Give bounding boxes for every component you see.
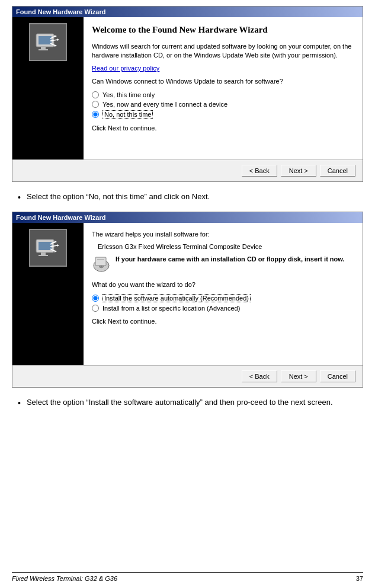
- radio-label-manual: Install from a list or specific location…: [102, 305, 240, 312]
- wizard-1-next-button[interactable]: Next >: [281, 165, 316, 177]
- radio-label-yes-once: Yes, this time only: [102, 91, 155, 98]
- svg-marker-9: [55, 44, 57, 47]
- wizard-2-click-next: Click Next to continue.: [92, 318, 354, 325]
- wizard-2-cd-text: If your hardware came with an installati…: [116, 255, 345, 264]
- radio-yes-always[interactable]: [92, 101, 99, 108]
- radio-item-3[interactable]: No, not this time: [92, 110, 354, 119]
- svg-marker-8: [57, 39, 59, 41]
- wizard-1-left-panel: [12, 17, 84, 159]
- hardware-wizard-icon-2: [34, 234, 62, 262]
- radio-label-yes-always: Yes, now and every time I connect a devi…: [102, 101, 227, 108]
- privacy-policy-link[interactable]: Read our privacy policy: [92, 65, 159, 72]
- footer-left-text: Fixed Wireless Terminal: G32 & G36: [12, 575, 117, 582]
- radio-no[interactable]: [92, 111, 99, 118]
- wizard-1-question: Can Windows connect to Windows Update to…: [92, 77, 354, 86]
- bullet-dot-1: •: [18, 193, 21, 202]
- wizard-1-icon-box: [29, 23, 67, 61]
- page-container: Found New Hardware Wizard: [0, 0, 375, 588]
- svg-rect-13: [39, 255, 48, 256]
- svg-rect-23: [95, 257, 106, 266]
- bullet-text-2: Select the option “Install the software …: [27, 397, 333, 408]
- w2-radio-item-2[interactable]: Install from a list or specific location…: [92, 305, 354, 312]
- svg-rect-1: [39, 36, 52, 44]
- radio-auto-install[interactable]: [92, 295, 99, 302]
- svg-marker-19: [55, 250, 57, 253]
- svg-marker-7: [55, 35, 57, 37]
- footer-right-text: 37: [356, 575, 363, 582]
- wizard-1-heading: Welcome to the Found New Hardware Wizard: [92, 24, 354, 36]
- wizard-2-cancel-button[interactable]: Cancel: [320, 370, 355, 382]
- wizard-2-content: The wizard helps you install software fo…: [84, 223, 363, 365]
- wizard-2-device-name: Ericsson G3x Fixed Wireless Terminal Com…: [98, 243, 354, 250]
- wizard-1-cancel-button[interactable]: Cancel: [320, 165, 355, 177]
- radio-yes-once[interactable]: [92, 91, 99, 98]
- w2-radio-item-1[interactable]: Install the software automatically (Reco…: [92, 294, 354, 302]
- svg-rect-24: [97, 259, 104, 260]
- wizard-1-click-next: Click Next to continue.: [92, 124, 354, 132]
- wizard-2-back-button[interactable]: < Back: [242, 370, 277, 382]
- svg-rect-3: [39, 49, 48, 50]
- page-footer: Fixed Wireless Terminal: G32 & G36 37: [12, 572, 363, 582]
- wizard-1-content: Welcome to the Found New Hardware Wizard…: [84, 17, 363, 159]
- radio-item-2[interactable]: Yes, now and every time I connect a devi…: [92, 101, 354, 108]
- bullet-text-1: Select the option “No, not this time” an…: [27, 191, 210, 202]
- svg-marker-18: [57, 244, 59, 247]
- svg-rect-12: [41, 253, 46, 255]
- cd-icon: [92, 255, 111, 276]
- wizard-1-body: Welcome to the Found New Hardware Wizard…: [12, 17, 363, 159]
- wizard-dialog-2: Found New Hardware Wizard: [12, 212, 363, 388]
- wizard-2-what-to-do: What do you want the wizard to do?: [92, 280, 354, 289]
- bullet-item-2: • Select the option “Install the softwar…: [18, 397, 363, 408]
- wizard-dialog-1: Found New Hardware Wizard: [12, 6, 363, 182]
- wizard-2-left-panel: [12, 223, 84, 365]
- wizard-2-body: The wizard helps you install software fo…: [12, 223, 363, 365]
- wizard-2-helps-text: The wizard helps you install software fo…: [92, 230, 354, 239]
- bullet-dot-2: •: [18, 398, 21, 408]
- bullet-item-1: • Select the option “No, not this time” …: [18, 191, 363, 202]
- wizard-2-next-button[interactable]: Next >: [281, 370, 316, 382]
- wizard-1-footer: < Back Next > Cancel: [12, 159, 363, 181]
- wizard-1-titlebar: Found New Hardware Wizard: [12, 7, 363, 17]
- wizard-2-cd-notice: If your hardware came with an installati…: [92, 255, 354, 276]
- radio-manual-install[interactable]: [92, 305, 99, 312]
- radio-item-1[interactable]: Yes, this time only: [92, 91, 354, 98]
- hardware-wizard-icon: [34, 28, 62, 56]
- radio-label-auto: Install the software automatically (Reco…: [102, 294, 251, 302]
- wizard-2-icon-box: [29, 229, 67, 267]
- wizard-1-radio-group: Yes, this time only Yes, now and every t…: [92, 91, 354, 119]
- wizard-2-radio-group: Install the software automatically (Reco…: [92, 294, 354, 312]
- wizard-2-titlebar: Found New Hardware Wizard: [12, 212, 363, 223]
- wizard-1-description: Windows will search for current and upda…: [92, 42, 354, 60]
- radio-label-no: No, not this time: [102, 110, 153, 119]
- wizard-2-footer: < Back Next > Cancel: [12, 365, 363, 387]
- svg-rect-11: [39, 242, 52, 250]
- svg-rect-2: [41, 47, 46, 49]
- wizard-1-back-button[interactable]: < Back: [242, 165, 277, 177]
- svg-marker-17: [55, 241, 57, 243]
